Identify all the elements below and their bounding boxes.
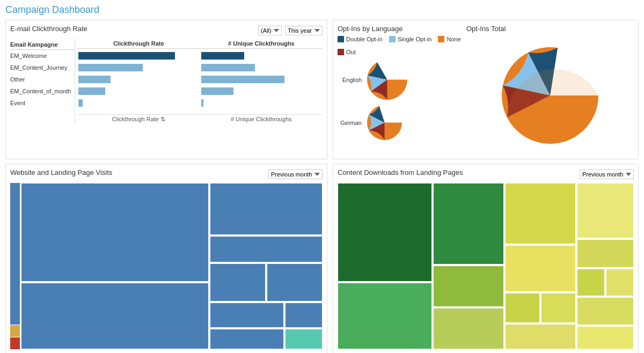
dl-cell-2 [338,283,432,349]
english-label: English [338,77,362,83]
legend-none-label: None [447,36,460,42]
content-downloads-filter[interactable]: Previous month [580,170,634,179]
email-ctr-panel: E-mail Clickthrough Rate (All) This year [5,20,327,159]
tm-cell-7 [210,303,284,328]
legend-none: None [438,36,460,42]
bar2-row1 [201,52,244,60]
row-label-4: EM_Content_of_month [10,85,75,97]
dl-cell-13 [577,269,605,296]
single-optin-color [389,36,396,42]
tm-cell-8 [285,303,323,328]
row-label-5: Event [10,97,75,109]
dl-cell-8 [505,293,540,323]
none-color [438,36,444,42]
tm-cell-10 [285,329,323,349]
filter-all-select[interactable]: (All) [258,26,282,35]
bar2-row5 [201,99,203,107]
row-label-2: EM_Content_Journey [10,62,75,73]
tm-cell-2 [21,283,209,349]
optins-total-title: Opt-Ins Total [466,25,634,33]
page-title: Campaign Dashboard [5,4,639,16]
german-pie [367,105,402,140]
dl-cell-15 [577,297,634,326]
dl-cell-10 [505,324,576,349]
optins-panel: Opt-Ins by Language Double Opt-in Single… [333,20,639,159]
tm-sidebar-red [10,337,20,349]
col2-axis-label: # Unique Clickthroughs [200,116,323,123]
legend-single-optin: Single Opt-in [389,36,432,42]
bar2-row2 [201,64,255,71]
german-label: German [338,120,362,126]
dl-cell-9 [541,293,576,323]
dl-cell-7 [505,245,576,291]
dl-cell-1 [338,183,432,282]
col1-axis-label: Clickthrough Rate ⇅ [77,116,200,123]
optins-by-lang-title: Opt-Ins by Language [338,25,461,33]
tm-cell-6 [267,263,323,301]
bar1-row5 [78,99,83,107]
bar1-row2 [78,64,143,71]
bar2-row4 [201,87,233,95]
total-pie [502,47,598,144]
tm-cell-5 [210,263,266,301]
dl-cell-12 [577,239,634,268]
content-downloads-title: Content Downloads from Landing Pages [338,168,463,176]
kampagne-header: Email Kampagne [10,39,75,50]
legend-single-optin-label: Single Opt-in [398,36,432,42]
english-pie [367,60,407,100]
website-visits-panel: Website and Landing Page Visits Previous… [5,164,327,353]
legend-out-label: Out [346,49,356,55]
col2-header: # Unique Clickthroughs [200,38,323,48]
bar1-row3 [78,76,111,83]
dl-cell-5 [433,308,504,349]
double-optin-color [338,36,344,42]
col1-header: Clickthrough Rate [77,38,200,48]
filter-year-select[interactable]: This year [285,26,323,35]
tm-sidebar-blue [10,183,20,325]
bar1-row1 [78,52,175,60]
dl-cell-3 [433,183,504,264]
website-visits-title: Website and Landing Page Visits [10,168,112,176]
tm-cell-9 [210,329,284,349]
dl-cell-6 [505,183,576,244]
website-visits-filter[interactable]: Previous month [268,170,323,179]
tm-cell-4 [210,236,323,262]
tm-cell-3 [210,183,323,235]
out-color [338,49,344,55]
bar1-row4 [78,87,105,95]
row-label-1: EM_Welcome [10,50,75,62]
tm-sidebar-yellow [10,325,20,337]
tm-cell-1 [21,183,209,282]
content-downloads-panel: Content Downloads from Landing Pages Pre… [333,164,639,353]
optins-legend: Double Opt-in Single Opt-in None Out [338,36,461,55]
legend-out: Out [338,49,356,55]
dl-cell-14 [606,269,634,296]
email-ctr-title: E-mail Clickthrough Rate [10,25,87,33]
row-label-3: Other [10,73,75,85]
legend-double-optin: Double Opt-in [338,36,383,42]
legend-double-optin-label: Double Opt-in [346,36,383,42]
dl-cell-4 [433,266,504,307]
bar2-row3 [201,76,284,83]
dl-cell-16 [577,326,634,349]
dl-cell-11 [577,183,634,238]
